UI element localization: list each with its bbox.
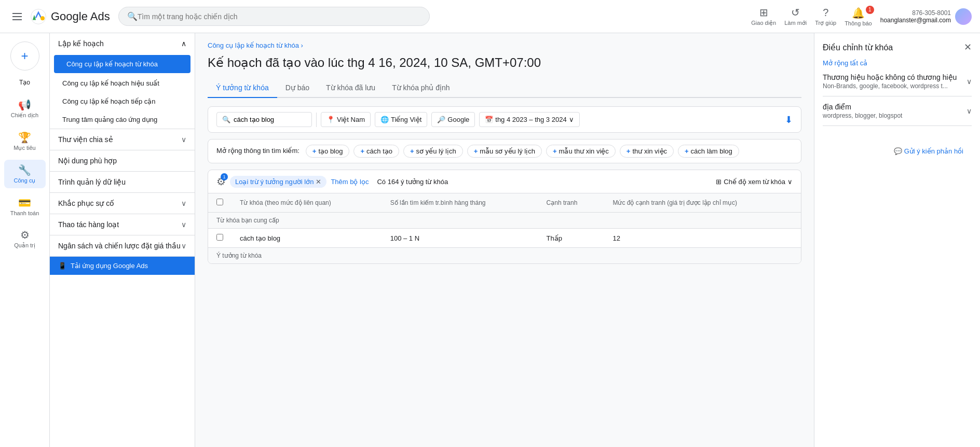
- section-title-noi-dung: Nội dung phù hợp: [58, 157, 117, 165]
- location-icon: 📍: [326, 116, 335, 123]
- sidebar-item-cong-cu[interactable]: 🔧 Công cụ: [4, 160, 46, 188]
- feedback-label: Gửi ý kiến phản hồi: [904, 147, 963, 155]
- sidebar-item-chien-dich[interactable]: 📢 Chiến dịch: [4, 94, 46, 123]
- chip-cach-lam-blog[interactable]: +cách làm blog: [678, 145, 739, 158]
- tab-du-bao[interactable]: Dự báo: [277, 78, 318, 97]
- tab-y-tuong-tu-khoa[interactable]: Ý tưởng từ khóa: [208, 78, 277, 98]
- panel-section-thuong-hieu: Thương hiệu hoặc không có thương hiệu No…: [823, 73, 972, 96]
- user-phone: 876-305-8001: [880, 9, 951, 17]
- right-panel-title: Điều chỉnh từ khóa: [823, 43, 893, 52]
- download-app-bar[interactable]: 📱 Tải ứng dụng Google Ads: [50, 257, 195, 275]
- chip-mau-thu-xin-viec[interactable]: +mẫu thư xin việc: [546, 145, 616, 158]
- nav-item-tiep-can[interactable]: Công cụ lập kế hoạch tiếp cận: [50, 92, 195, 110]
- nav-item-trung-tam[interactable]: Trung tâm quảng cáo ứng dụng: [50, 110, 195, 129]
- column-view-label: Chế độ xem từ khóa: [724, 178, 785, 186]
- row-checkbox[interactable]: [216, 234, 223, 241]
- help-button[interactable]: ? Trợ giúp: [815, 7, 836, 26]
- remove-filter-button[interactable]: ✕: [316, 178, 321, 186]
- nav-section-header-khac-phuc[interactable]: Khắc phục sự cố ∨: [50, 193, 195, 214]
- tools-icon: 🔧: [18, 164, 31, 176]
- panel-section-title-thuong-hieu: Thương hiệu hoặc không có thương hiệu: [823, 73, 957, 81]
- global-search-bar[interactable]: 🔍: [118, 7, 430, 26]
- sidebar-item-quan-tri[interactable]: ⚙ Quản trị: [4, 225, 46, 253]
- nav-section-header-trinh-quan-ly[interactable]: Trình quản lý dữ liệu: [50, 172, 195, 192]
- expand-all-link[interactable]: Mở rộng tất cả: [823, 59, 972, 67]
- panel-section-header-dia-diem[interactable]: địa điểm wordpress, blogger, blogspot ∨: [823, 103, 972, 119]
- cell-monthly-searches: 100 – 1 N: [382, 229, 538, 248]
- section-title-thao-tac: Thao tác hàng loạt: [58, 220, 119, 229]
- tab-tu-khoa-phu-dinh[interactable]: Từ khóa phủ định: [384, 78, 458, 97]
- language-value: Tiếng Việt: [391, 116, 421, 123]
- table-toolbar: ⚙ 1 Loại trừ ý tưởng người lớn ✕ Thêm bộ…: [208, 170, 801, 193]
- global-search-input[interactable]: [138, 12, 421, 21]
- app-title: Google Ads: [51, 10, 110, 23]
- nav-section-header-thao-tac[interactable]: Thao tác hàng loạt ∨: [50, 214, 195, 235]
- display-label: Giao diện: [751, 20, 776, 26]
- user-profile-area[interactable]: 876-305-8001 hoanglanster@gmail.com: [880, 8, 972, 25]
- column-header-keyword: Từ khóa (theo mức độ liên quan): [232, 193, 382, 213]
- chevron-down-col: ∨: [787, 178, 793, 186]
- sidebar-icons: + Tạo 📢 Chiến dịch 🏆 Mục tiêu 🔧 Công cụ …: [0, 33, 50, 447]
- download-button[interactable]: ⬇: [785, 114, 793, 125]
- notifications-button[interactable]: 🔔 1 Thông báo: [845, 7, 872, 26]
- nav-section-header-ngan-sach[interactable]: Ngân sách và chiến lược đặt giá thầu ∨: [50, 235, 195, 256]
- chip-mau-so-yeu-ly-lich[interactable]: +mẫu sơ yếu lý lịch: [467, 145, 542, 158]
- panel-section-header-thuong-hieu[interactable]: Thương hiệu hoặc không có thương hiệu No…: [823, 73, 972, 90]
- help-label: Trợ giúp: [815, 20, 836, 26]
- filter-icon-button[interactable]: ⚙ 1: [216, 175, 226, 188]
- breadcrumb[interactable]: Công cụ lập kế hoạch từ khóa ›: [208, 41, 801, 49]
- keyword-search[interactable]: 🔍: [216, 112, 312, 127]
- refresh-icon: ↺: [791, 6, 800, 19]
- notification-badge: 1: [866, 6, 874, 14]
- column-header-competition: Cạnh tranh: [538, 193, 605, 213]
- nav-section-header-thu-vien[interactable]: Thư viện chia sẻ ∨: [50, 129, 195, 150]
- create-button[interactable]: +: [10, 41, 39, 71]
- chip-so-yeu-ly-lich[interactable]: +sơ yếu lý lịch: [403, 145, 463, 158]
- nav-section-header-noi-dung[interactable]: Nội dung phù hợp: [50, 150, 195, 171]
- chip-tao-blog[interactable]: +tạo blog: [306, 145, 350, 158]
- chip-thu-xin-viec[interactable]: +thư xin việc: [620, 145, 674, 158]
- keyword-search-input[interactable]: [234, 116, 306, 123]
- google-ads-logo-icon: [30, 8, 47, 25]
- chevron-down-dia-diem: ∨: [967, 107, 972, 115]
- nav-item-cong-cu-tu-khoa[interactable]: Công cụ lập kế hoạch từ khóa: [54, 55, 190, 73]
- nav-section-thu-vien: Thư viện chia sẻ ∨: [50, 129, 195, 150]
- location-filter[interactable]: 📍 Việt Nam: [321, 112, 371, 127]
- nav-section-lap-ke-hoach: Lập kế hoạch ∧ Công cụ lập kế hoạch từ k…: [50, 33, 195, 129]
- panel-section-subtitle-dia-diem: wordpress, blogger, blogspot: [823, 112, 902, 119]
- calendar-icon: 📅: [485, 116, 493, 123]
- tab-tu-khoa-da-luu[interactable]: Từ khóa đã lưu: [318, 78, 384, 97]
- engine-value: Google: [447, 116, 469, 123]
- column-view-button[interactable]: ⊞ Chế độ xem từ khóa ∨: [716, 178, 793, 186]
- nav-section-header-lap-ke-hoach[interactable]: Lập kế hoạch ∧: [50, 33, 195, 54]
- top-navigation: Google Ads 🔍 ⊞ Giao diện ↺ Làm mới ? Trợ…: [0, 0, 980, 33]
- engine-filter[interactable]: 🔎 Google: [431, 112, 475, 127]
- feedback-button[interactable]: 💬 Gửi ý kiến phản hồi: [894, 147, 963, 155]
- sidebar-item-thanh-toan[interactable]: 💳 Thanh toán: [4, 192, 46, 220]
- admin-label: Quản trị: [14, 242, 35, 249]
- avatar[interactable]: [955, 8, 972, 25]
- language-filter[interactable]: 🌐 Tiếng Việt: [375, 112, 427, 127]
- select-all-checkbox[interactable]: [216, 199, 223, 205]
- chevron-down-icon-3: ∨: [181, 220, 186, 229]
- cell-keyword: cách tạo blog: [232, 229, 382, 248]
- right-panel-header: Điều chỉnh từ khóa ✕: [823, 41, 972, 53]
- table-row: cách tạo blog 100 – 1 N Thấp 12: [208, 229, 801, 248]
- goals-icon: 🏆: [18, 131, 31, 144]
- add-filter-button[interactable]: Thêm bộ lọc: [331, 178, 369, 186]
- display-button[interactable]: ⊞ Giao diện: [751, 6, 776, 26]
- date-range-filter[interactable]: 📅 thg 4 2023 – thg 3 2024 ∨: [479, 112, 579, 127]
- admin-icon: ⚙: [20, 229, 30, 241]
- cell-competition: Thấp: [538, 229, 605, 248]
- sidebar-item-muc-tieu[interactable]: 🏆 Mục tiêu: [4, 127, 46, 156]
- chip-cach-tao[interactable]: +cách tạo: [353, 145, 399, 158]
- nav-item-hieu-suat[interactable]: Công cụ lập kế hoạch hiệu suất: [50, 74, 195, 92]
- plus-icon: +: [21, 49, 28, 63]
- section-title-ngan-sach: Ngân sách và chiến lược đặt giá thầu: [58, 242, 181, 250]
- section-title-lap-ke-hoach: Lập kế hoạch: [58, 39, 104, 48]
- refresh-button[interactable]: ↺ Làm mới: [784, 6, 807, 26]
- hamburger-button[interactable]: [8, 9, 26, 24]
- breadcrumb-chevron: ›: [301, 41, 303, 49]
- close-panel-button[interactable]: ✕: [964, 41, 972, 53]
- nav-actions: ⊞ Giao diện ↺ Làm mới ? Trợ giúp 🔔 1 Thô…: [751, 6, 872, 26]
